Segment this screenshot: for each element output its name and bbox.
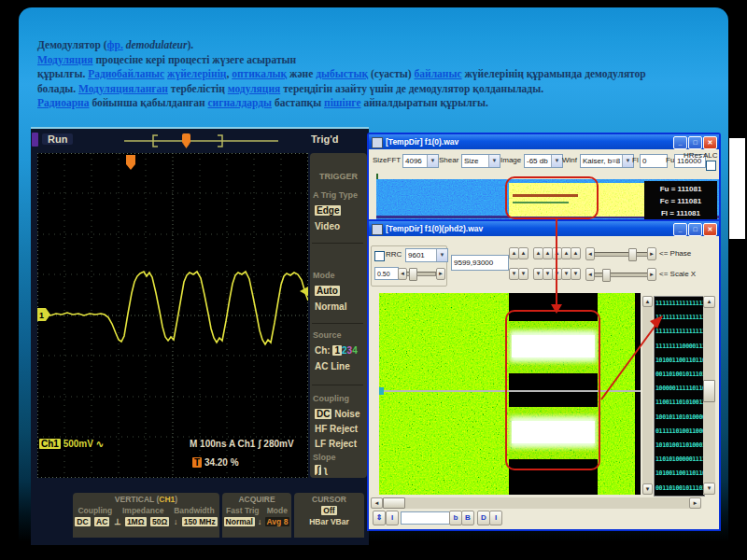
- minimize-button[interactable]: _: [673, 136, 687, 149]
- text-link[interactable]: Модуляцияланған: [78, 83, 168, 94]
- channel-badge: Ch1: [39, 439, 61, 449]
- impedance-1m-button[interactable]: 1MΩ: [125, 517, 147, 526]
- scalex-label: <= Scale X: [659, 270, 696, 278]
- trigger-level-value: 280mV: [263, 439, 293, 449]
- fl-field[interactable]: 0: [640, 154, 668, 168]
- acq-mode-value-button[interactable]: Avg 8: [265, 517, 290, 526]
- maximize-button[interactable]: □: [688, 136, 702, 149]
- trigger-menu-title: TRIGGER: [310, 172, 367, 181]
- trig-type-edge[interactable]: Edge: [315, 205, 341, 216]
- text-link[interactable]: Радиоарна: [37, 97, 90, 108]
- coupling-col-label: Coupling: [78, 506, 112, 515]
- status-field[interactable]: [401, 511, 451, 525]
- bandwidth-value-button[interactable]: 150 MHz: [182, 517, 218, 526]
- impedance-50-button[interactable]: 50Ω: [150, 517, 169, 526]
- spectrogram-vscrollbar[interactable]: ▲ ▼: [642, 296, 653, 495]
- fast-trig-value-button[interactable]: Normal: [224, 517, 255, 526]
- sizefft-combo[interactable]: 4096▼: [402, 154, 439, 168]
- maximize-button[interactable]: □: [688, 223, 702, 236]
- decimal-mode-button[interactable]: D: [477, 511, 490, 525]
- slope-fall-icon: ʅ: [324, 465, 327, 475]
- integer-mode-button[interactable]: I: [489, 511, 502, 525]
- white-strip: [729, 138, 745, 239]
- cursor-bars-button[interactable]: HBar VBar: [309, 517, 349, 526]
- vertical-title: VERTICAL (CH1): [73, 493, 219, 504]
- mode-normal[interactable]: Normal: [315, 301, 346, 312]
- text-link[interactable]: дыбыстық: [316, 68, 368, 79]
- phase-slider-track[interactable]: [594, 252, 648, 257]
- channel-readout: Ch1 500mV ∿: [39, 439, 104, 449]
- text-link[interactable]: сигналдарды: [208, 97, 273, 108]
- coupling-dc-button[interactable]: DC: [75, 517, 90, 526]
- page-small-button[interactable]: b: [449, 511, 462, 525]
- cursor-panel: CURSOR Off HBar VBar: [294, 493, 364, 538]
- fu-value: Fu = 111081: [644, 183, 717, 195]
- close-button[interactable]: ✕: [703, 136, 717, 149]
- gnd-icon[interactable]: ⊥: [114, 517, 120, 526]
- spin-up-button[interactable]: ▲: [571, 247, 581, 259]
- binary-row: 1101010000011111: [655, 453, 704, 467]
- coupling-hf-reject[interactable]: HF Reject: [315, 424, 358, 434]
- text-link[interactable]: фр.: [107, 39, 123, 50]
- chevron-down-icon: ▼: [488, 155, 500, 167]
- winf-combo[interactable]: Kaiser, b=8▼: [580, 154, 634, 168]
- coupling-label: Coupling: [313, 394, 349, 403]
- phase-slider-thumb[interactable]: [628, 248, 637, 261]
- cursor-tool-button[interactable]: I: [386, 511, 399, 525]
- image-combo[interactable]: -65 db▼: [524, 154, 563, 168]
- scalex-slider-right-arrow[interactable]: ►: [647, 268, 656, 281]
- scope-display: 1: [37, 153, 308, 478]
- scalex-slider-thumb[interactable]: [602, 269, 611, 282]
- spin-up-button[interactable]: ▲: [518, 247, 529, 259]
- window2-title: [TempDir] f1(0)(phd2).wav: [386, 224, 483, 233]
- scroll-down-icon: ▼: [642, 483, 653, 495]
- phase-slider-right-arrow[interactable]: ►: [647, 247, 656, 260]
- minimize-button[interactable]: _: [673, 223, 687, 236]
- source-ac-line[interactable]: AC Line: [315, 361, 350, 371]
- cursor-off-button[interactable]: Off: [321, 506, 336, 515]
- trigger-icon: T: [192, 457, 202, 468]
- text-link[interactable]: оптикалық: [232, 68, 287, 79]
- window2-app-icon: [372, 224, 383, 235]
- coupling-lf-reject[interactable]: LF Reject: [315, 439, 357, 449]
- rrc-combo[interactable]: 9601▼: [405, 248, 448, 262]
- text-link[interactable]: модуляция: [228, 83, 281, 94]
- window1-toolbar: SizeFFT 4096▼ Shear Size▼ Image -65 db▼ …: [369, 149, 719, 174]
- spin-down-button[interactable]: ▼: [571, 268, 581, 280]
- cursor-tick: [379, 387, 384, 395]
- close-button[interactable]: ✕: [703, 223, 717, 236]
- text-link[interactable]: Модуляция: [37, 54, 93, 65]
- updown-tool-button[interactable]: ⇕: [373, 511, 386, 525]
- a-trigger-label: A: [229, 439, 235, 449]
- slope-options[interactable]: ʃ ʅ: [315, 465, 327, 475]
- source-channels[interactable]: Ch: 1234: [315, 345, 358, 356]
- window2-titlebar[interactable]: [TempDir] f1(0)(phd2).wav _ □ ✕: [369, 221, 719, 236]
- slider-right-arrow[interactable]: ►: [436, 268, 445, 280]
- trig-type-video[interactable]: Video: [315, 221, 340, 231]
- shear-combo[interactable]: Size▼: [461, 154, 500, 168]
- coupling-dc-noise[interactable]: DC Noise: [315, 409, 359, 419]
- hres-label: HRes: [684, 151, 702, 160]
- rrc-checkbox[interactable]: [374, 251, 385, 261]
- text-link[interactable]: пішінге: [324, 97, 361, 108]
- text-link[interactable]: жүйелерінің: [167, 68, 226, 79]
- page-large-button[interactable]: B: [461, 511, 474, 525]
- frequency-field[interactable]: 9599,93000: [451, 255, 509, 271]
- rrc-label: RRC: [386, 250, 402, 259]
- ratio-field[interactable]: 0.50: [374, 267, 399, 280]
- text-link[interactable]: байланыс: [415, 68, 462, 79]
- binary-vscrollbar[interactable]: ▲ ▼: [703, 296, 715, 495]
- coupling-ac-button[interactable]: AC: [94, 517, 109, 526]
- hscrollbar[interactable]: ◄ ►: [371, 497, 701, 509]
- mode-auto[interactable]: Auto: [315, 286, 340, 296]
- trigger-source-value: Ch1: [238, 439, 256, 449]
- text-link[interactable]: Радиобайланыс: [88, 68, 164, 79]
- chevron-down-icon: ▼: [427, 155, 438, 167]
- spin-down-button[interactable]: ▼: [518, 268, 529, 280]
- alc-checkbox[interactable]: [706, 161, 716, 171]
- window1-titlebar[interactable]: [TempDir] f1(0).wav _ □ ✕: [369, 134, 719, 149]
- bandwidth-arrow-icon: ↓: [174, 517, 177, 526]
- ratio-slider-thumb[interactable]: [409, 268, 417, 281]
- impedance-col-label: Impedance: [122, 506, 163, 515]
- trigger-position-slider[interactable]: [124, 133, 283, 149]
